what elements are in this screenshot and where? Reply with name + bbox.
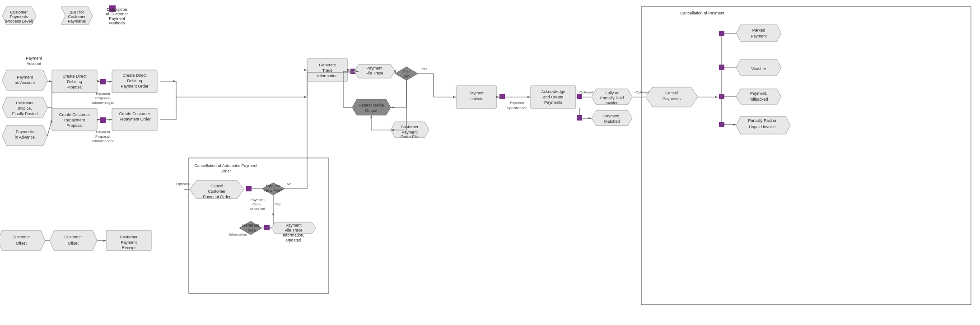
svg-text:Fully or: Fully or	[605, 91, 619, 95]
svg-text:on Account: on Account	[15, 80, 35, 85]
svg-text:Payment,: Payment,	[750, 91, 767, 96]
purple-sq-cancel-order	[246, 186, 252, 191]
svg-text:acknowledged: acknowledged	[91, 139, 114, 143]
svg-text:Order,: Order,	[252, 202, 262, 206]
customer-offset-left	[0, 230, 45, 251]
svg-text:Payment: Payment	[96, 92, 110, 96]
svg-text:Payment: Payment	[109, 16, 125, 21]
svg-text:Payments: Payments	[68, 19, 86, 23]
svg-text:Order File: Order File	[401, 135, 419, 139]
svg-text:Customer: Customer	[64, 235, 82, 239]
svg-text:Cancellation of Automatic Paym: Cancellation of Automatic Payment	[194, 163, 257, 168]
svg-text:Unpaid Invoice: Unpaid Invoice	[749, 125, 776, 129]
svg-text:Generate: Generate	[319, 63, 336, 67]
svg-text:Offset: Offset	[16, 241, 27, 246]
svg-text:Customer: Customer	[208, 189, 225, 194]
svg-text:Information: Information	[317, 74, 337, 78]
svg-text:Payments: Payments	[544, 100, 563, 105]
svg-text:and Create: and Create	[543, 95, 564, 99]
svg-text:Payment: Payment	[510, 101, 524, 105]
svg-line-134	[47, 120, 52, 136]
svg-text:Payment Order: Payment Order	[121, 84, 148, 88]
svg-text:File Trace: File Trace	[365, 71, 383, 75]
svg-text:Finally Posted: Finally Posted	[12, 111, 38, 116]
svg-text:Receipt: Receipt	[122, 246, 136, 250]
svg-text:Proposal: Proposal	[66, 123, 83, 128]
svg-text:Create Customer: Create Customer	[59, 112, 90, 117]
svg-text:Payment: Payment	[468, 91, 485, 95]
svg-text:Invoice,: Invoice,	[18, 106, 32, 111]
svg-text:Repayment Order: Repayment Order	[118, 117, 151, 121]
purple-sq-parked	[719, 31, 724, 36]
svg-text:Payment: Payment	[285, 223, 302, 228]
purple-sq-fully	[577, 94, 582, 99]
customer-offset-right	[50, 230, 97, 251]
svg-text:Payment: Payment	[401, 130, 418, 135]
purple-sq-trace-updated	[264, 225, 270, 230]
svg-text:acknowledged: acknowledged	[91, 101, 114, 105]
svg-text:Specification: Specification	[507, 106, 527, 110]
svg-text:Information: Information	[229, 232, 247, 237]
svg-text:Payment: Payment	[96, 130, 110, 134]
svg-text:Optional: Optional	[635, 90, 649, 94]
svg-text:in Advance: in Advance	[15, 135, 35, 139]
svg-text:Payments: Payments	[663, 97, 681, 101]
svg-text:(Process Level): (Process Level)	[5, 19, 33, 23]
svg-text:Customer: Customer	[401, 125, 418, 129]
svg-text:Payment: Payment	[121, 240, 137, 245]
svg-text:Institute: Institute	[469, 97, 484, 101]
svg-text:Output: Output	[365, 108, 378, 113]
svg-text:Repayment: Repayment	[64, 118, 85, 122]
svg-text:Updated: Updated	[286, 238, 301, 242]
svg-text:Customer: Customer	[120, 235, 137, 239]
diagram-container: Customer Payments (Process Level) BDR fo…	[0, 0, 980, 325]
svg-text:Debiting: Debiting	[67, 79, 82, 84]
svg-text:Proposal: Proposal	[66, 85, 83, 89]
svg-text:Proposal,: Proposal,	[95, 135, 111, 139]
svg-text:Account: Account	[27, 61, 42, 66]
svg-text:cancelled: cancelled	[250, 207, 265, 211]
cancellation-section-border	[641, 7, 971, 305]
payment-account-label: Payment	[26, 56, 42, 60]
svg-text:Require: Require	[266, 184, 280, 188]
purple-sq-2	[100, 117, 106, 123]
svg-text:Payment: Payment	[250, 198, 265, 202]
svg-text:rollbacked: rollbacked	[749, 97, 768, 102]
svg-text:Create Direct: Create Direct	[62, 74, 87, 79]
svg-text:Payment: Payment	[751, 34, 767, 38]
customer-payments-legend-label: Customer	[10, 10, 28, 14]
parked-payment	[736, 25, 781, 42]
svg-text:New File?: New File?	[264, 188, 282, 193]
svg-text:Invoice: Invoice	[606, 101, 619, 105]
svg-text:Acknowledge: Acknowledge	[541, 89, 565, 94]
svg-text:Cancel: Cancel	[210, 184, 223, 188]
svg-text:Debiting: Debiting	[127, 79, 142, 83]
svg-text:Customer: Customer	[12, 235, 30, 239]
svg-text:Generate: Generate	[242, 223, 259, 228]
svg-text:BDR for: BDR for	[70, 10, 84, 14]
svg-text:Voucher: Voucher	[751, 66, 766, 71]
svg-text:Create Customer: Create Customer	[119, 111, 150, 116]
svg-text:Trace: Trace	[246, 228, 256, 232]
svg-text:Yes: Yes	[275, 202, 280, 206]
svg-text:File: File	[403, 70, 410, 74]
svg-text:Order: Order	[220, 169, 231, 173]
svg-text:Payment Order: Payment Order	[203, 195, 230, 199]
svg-text:No: No	[287, 182, 292, 186]
svg-text:Description: Description	[107, 7, 127, 12]
svg-text:Partially Paid or: Partially Paid or	[748, 118, 776, 123]
svg-text:Payment: Payment	[17, 75, 33, 79]
svg-text:Ok?: Ok?	[403, 74, 411, 79]
svg-text:Create Direct: Create Direct	[122, 73, 147, 78]
purple-sq-1	[100, 79, 106, 84]
process-flow-diagram: Customer Payments (Process Level) BDR fo…	[0, 0, 980, 325]
svg-text:Optional: Optional	[176, 182, 190, 186]
svg-text:Payment,: Payment,	[603, 114, 621, 118]
svg-text:Payment: Payment	[366, 66, 383, 70]
svg-text:Optional: Optional	[579, 90, 593, 94]
svg-text:Customer: Customer	[68, 14, 85, 19]
svg-text:of Customer: of Customer	[106, 12, 128, 16]
svg-text:File Trace: File Trace	[285, 228, 303, 232]
svg-text:Methods: Methods	[109, 21, 125, 25]
purple-sq-payment-spec	[499, 94, 505, 99]
